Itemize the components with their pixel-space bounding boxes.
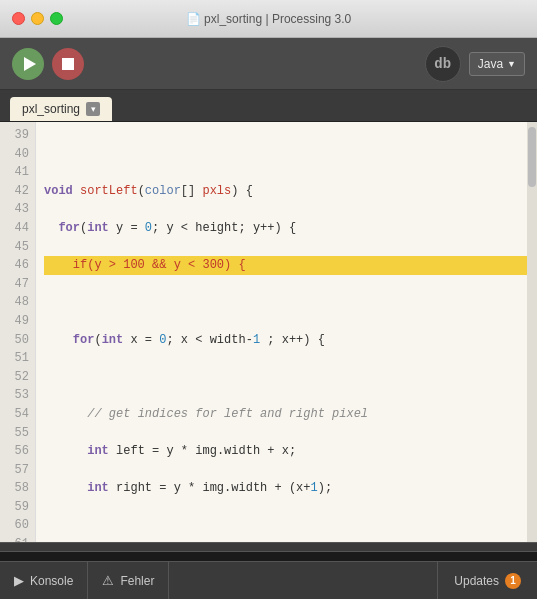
code-line-42: if(y > 100 && y < 300) { [44, 256, 529, 275]
tab-label: pxl_sorting [22, 102, 80, 116]
console-button[interactable]: ▶ Konsole [0, 562, 88, 600]
stop-button[interactable] [52, 48, 84, 80]
debugger-button[interactable]: db [425, 46, 461, 82]
mode-selector[interactable]: Java [469, 52, 525, 76]
code-line-41: for(int y = 0; y < height; y++) { [44, 219, 529, 238]
tab-bar: pxl_sorting ▾ [0, 90, 537, 122]
console-label: Konsole [30, 574, 73, 588]
updates-badge: 1 [505, 573, 521, 589]
code-content[interactable]: void sortLeft(color[] pxls) { for(int y … [36, 122, 537, 542]
close-button[interactable] [12, 12, 25, 25]
code-line-40: void sortLeft(color[] pxls) { [44, 182, 529, 201]
code-line-48: int right = y * img.width + (x+1); [44, 479, 529, 498]
maximize-button[interactable] [50, 12, 63, 25]
scrollbar-thumb[interactable] [528, 127, 536, 187]
console-icon: ▶ [14, 573, 24, 588]
error-button[interactable]: ⚠ Fehler [88, 562, 169, 600]
window-controls [0, 12, 63, 25]
code-editor[interactable]: 39 40 41 42 43 44 45 46 47 48 49 50 51 5… [0, 122, 537, 542]
minimize-button[interactable] [31, 12, 44, 25]
updates-label: Updates [454, 574, 499, 588]
code-line-44: for(int x = 0; x < width-1 ; x++) { [44, 331, 529, 350]
line-numbers: 39 40 41 42 43 44 45 46 47 48 49 50 51 5… [0, 122, 36, 542]
code-line-46: // get indices for left and right pixel [44, 405, 529, 424]
window-title: 📄 pxl_sorting | Processing 3.0 [186, 12, 352, 26]
tab-pxl-sorting[interactable]: pxl_sorting ▾ [10, 97, 112, 121]
code-line-39 [44, 145, 529, 164]
tab-dropdown-icon[interactable]: ▾ [86, 102, 100, 116]
code-line-43 [44, 293, 529, 312]
bottom-bar: ▶ Konsole ⚠ Fehler Updates 1 [0, 561, 537, 599]
divider [0, 542, 537, 552]
updates-button[interactable]: Updates 1 [437, 562, 537, 600]
toolbar: db Java [0, 38, 537, 90]
code-line-49 [44, 516, 529, 535]
code-line-47: int left = y * img.width + x; [44, 442, 529, 461]
error-icon: ⚠ [102, 573, 114, 588]
vertical-scrollbar[interactable] [527, 122, 537, 542]
titlebar: 📄 pxl_sorting | Processing 3.0 [0, 0, 537, 38]
code-line-45 [44, 368, 529, 387]
file-icon: 📄 [186, 12, 201, 26]
run-button[interactable] [12, 48, 44, 80]
error-label: Fehler [120, 574, 154, 588]
